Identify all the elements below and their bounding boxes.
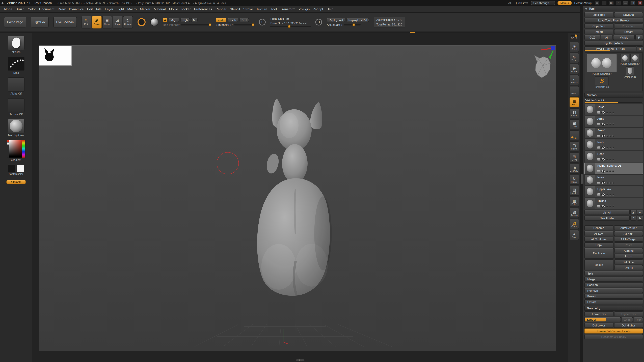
subtool-item[interactable]: Nose (584, 174, 643, 186)
toggle-icon[interactable] (612, 194, 614, 196)
menu-item[interactable]: Draw (56, 7, 67, 11)
visibility-eye-icon[interactable] (602, 111, 605, 114)
visibility-eye-icon[interactable] (602, 170, 605, 173)
subsection-button[interactable]: Boolean (584, 282, 643, 287)
toggle-icon[interactable] (606, 123, 608, 125)
reference-image-thumbnail[interactable] (39, 45, 72, 66)
menu-item[interactable]: Marker (138, 7, 152, 11)
copy-tool-button[interactable]: Copy Tool (584, 23, 613, 28)
maximize-button[interactable]: □ (630, 1, 635, 5)
reconstruct-subdiv-button[interactable]: Reconstruct Subdiv (584, 334, 643, 339)
home-page-button[interactable]: Home Page (4, 17, 26, 27)
subsection-button[interactable]: Merge (584, 277, 643, 282)
quicksave-button[interactable]: QuickSave (514, 1, 528, 4)
subtool-thumbnail[interactable] (585, 139, 595, 150)
subtool-item[interactable]: Arms (584, 116, 643, 127)
toggle-icon[interactable] (612, 111, 614, 113)
subtool-thumbnail[interactable] (585, 175, 595, 185)
canvas-horizontal-scrollbar[interactable]: ◂ ▸ (32, 359, 568, 361)
toggle-icon[interactable] (609, 158, 611, 160)
z-intensity-slider[interactable] (234, 24, 254, 25)
menu-item[interactable]: Preferences (192, 7, 214, 11)
visibility-eye-icon[interactable] (602, 205, 605, 208)
depth-d-icon[interactable]: D (316, 19, 322, 25)
panel-collapse-icon[interactable]: ◀ (585, 7, 587, 10)
shelf-button[interactable]: ↻ Rotate (570, 175, 579, 185)
replay-last-button[interactable]: ReplayLast (327, 18, 345, 22)
rename-button[interactable]: Rename (584, 225, 613, 230)
grid-icon[interactable]: ▦ (609, 1, 614, 5)
dynamic-label[interactable]: Dynamic (299, 22, 308, 24)
menu-item[interactable]: Light (115, 7, 126, 11)
toggle-icon[interactable] (606, 135, 608, 137)
del-lower-button[interactable]: Del Lower (584, 323, 613, 328)
toggle-icon[interactable] (609, 194, 611, 196)
del-higher-button[interactable]: Del Higher (614, 323, 643, 328)
subtool-item[interactable]: Thighs (584, 198, 643, 209)
draw-size-slider[interactable] (270, 26, 311, 27)
shelf-button[interactable]: Gxyz (570, 130, 579, 140)
alternate-button[interactable]: Alternate (6, 180, 26, 184)
shelf-button[interactable]: ◧ L.Sym (570, 108, 579, 118)
subsection-button[interactable]: Project (584, 294, 643, 299)
subtool-up-icon[interactable]: ▲ (630, 210, 636, 215)
subtool-thumbnail[interactable] (585, 104, 595, 115)
geometry-section-header[interactable]: Geometry (584, 306, 643, 311)
toggle-icon[interactable] (606, 147, 608, 149)
menu-item[interactable]: Render (214, 7, 228, 11)
mode-button[interactable]: ◉ Draw (92, 16, 102, 28)
spix-slider[interactable]: SPix 3 (570, 35, 578, 39)
polypaint-icon[interactable] (598, 170, 600, 172)
polypaint-icon[interactable] (598, 135, 600, 137)
tray-resize-handle[interactable] (410, 32, 415, 33)
current-brush-thumbnail[interactable] (8, 36, 24, 50)
lightbox-button[interactable]: LightBox (31, 17, 48, 27)
shelf-button[interactable]: ⊞ Move (570, 152, 579, 163)
toggle-icon[interactable] (612, 147, 614, 149)
hscroll-handle[interactable]: ◂ ▸ (296, 359, 304, 361)
subtool-item[interactable]: Neck (584, 139, 643, 150)
import-button[interactable]: Import (584, 29, 613, 34)
subtool-item[interactable]: Upper Jaw (584, 186, 643, 197)
all-to-target-button[interactable]: All To Target (614, 237, 643, 242)
del-other-button[interactable]: Del Other (614, 259, 643, 265)
all-low-button[interactable]: All Low (584, 231, 613, 236)
current-texture-thumbnail[interactable] (8, 98, 24, 112)
main-color-swatch[interactable] (8, 165, 16, 172)
save-as-button[interactable]: Save As (614, 12, 643, 17)
menu-item[interactable]: File (94, 7, 103, 11)
stroke-ring-icon[interactable] (137, 18, 146, 26)
menu-item[interactable]: Movie (167, 7, 180, 11)
goz-visible-button[interactable]: Visible (613, 35, 635, 40)
copy-button[interactable]: Copy (584, 242, 613, 247)
lower-res-button[interactable]: Lower Res (584, 311, 613, 317)
menu-item[interactable]: Help (325, 7, 335, 11)
menu-item[interactable]: Color (26, 7, 38, 11)
toggle-icon[interactable] (606, 194, 608, 196)
load-tool-button[interactable]: Load Tool (584, 12, 613, 17)
m-button[interactable]: M (191, 18, 198, 22)
higher-res-button[interactable]: Higher Res (614, 311, 643, 317)
color-picker[interactable] (7, 140, 26, 158)
subtool-item[interactable]: Arms1 (584, 127, 643, 139)
subtool-thumbnail[interactable] (585, 163, 595, 174)
subtool-thumbnail[interactable] (585, 186, 595, 197)
polypaint-icon[interactable] (598, 193, 600, 196)
shelf-button[interactable]: ▦ Floor (570, 97, 579, 107)
subtool-item[interactable]: Head (584, 151, 643, 162)
lightbox-tools-button[interactable]: Lightbox▶Tools (584, 40, 643, 45)
simplebrush-thumbnail[interactable]: S (595, 76, 609, 85)
toggle-icon[interactable] (612, 123, 614, 125)
mrgb-button[interactable]: Mrgb (168, 18, 179, 22)
current-tool-name-slider[interactable]: PM3D_Sphere3D1: 48 (584, 46, 636, 51)
menus-button[interactable]: Menus (557, 0, 572, 5)
zcut-button[interactable]: Zcut (239, 18, 249, 22)
polypaint-icon[interactable] (598, 158, 600, 161)
polypaint-icon[interactable] (598, 111, 600, 114)
all-to-home-button[interactable]: All To Home (584, 237, 613, 242)
toggle-icon[interactable] (612, 158, 614, 160)
menu-item[interactable]: Stroke (242, 7, 254, 11)
polypaint-icon[interactable] (598, 182, 600, 184)
scroll-left-icon[interactable]: ◂ (298, 359, 300, 361)
toggle-icon[interactable] (612, 135, 614, 137)
